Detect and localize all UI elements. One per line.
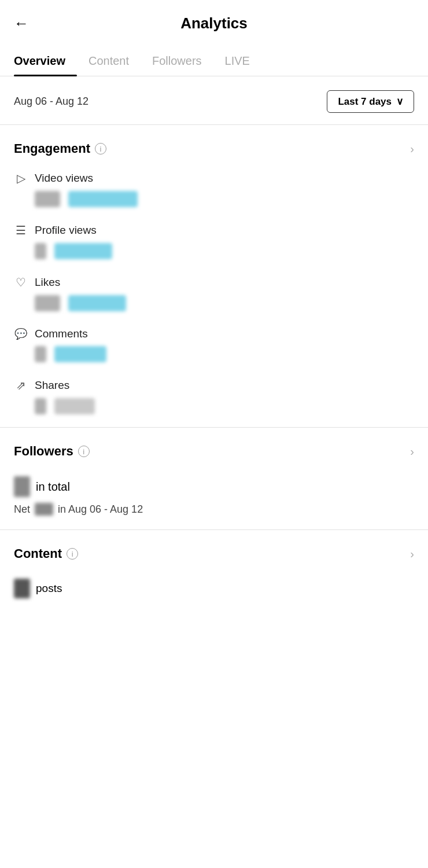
- likes-label: Likes: [35, 276, 60, 289]
- date-filter-label: Last 7 days: [338, 96, 392, 108]
- engagement-section-header[interactable]: Engagement i ›: [0, 125, 428, 168]
- date-filter-button[interactable]: Last 7 days ∨: [327, 90, 414, 113]
- comments-value-gray: [35, 346, 46, 362]
- profile-views-label: Profile views: [35, 224, 97, 237]
- engagement-title: Engagement i: [14, 141, 106, 156]
- tab-bar: Overview Content Followers LIVE: [0, 46, 428, 76]
- followers-total-row: in total: [14, 476, 414, 497]
- shares-label: Shares: [35, 379, 69, 392]
- date-row: Aug 06 - Aug 12 Last 7 days ∨: [0, 76, 428, 124]
- followers-section-header[interactable]: Followers i ›: [0, 428, 428, 470]
- tab-overview[interactable]: Overview: [14, 46, 77, 76]
- followers-content: in total Net in Aug 06 - Aug 12: [0, 470, 428, 529]
- metric-likes: ♡ Likes: [0, 272, 428, 324]
- tab-content[interactable]: Content: [88, 46, 141, 76]
- followers-title: Followers i: [14, 444, 90, 459]
- metric-shares: ⇗ Shares: [0, 375, 428, 427]
- comments-values: [14, 346, 414, 362]
- comments-label: Comments: [35, 328, 88, 340]
- profile-views-value-gray: [35, 243, 46, 259]
- likes-value-gray: [35, 295, 60, 311]
- followers-total-suffix: in total: [36, 480, 70, 494]
- play-icon: ▷: [14, 171, 28, 185]
- date-range-label: Aug 06 - Aug 12: [14, 95, 88, 108]
- engagement-chevron-icon: ›: [410, 142, 414, 156]
- metric-comments: 💬 Comments: [0, 324, 428, 375]
- posts-row: posts: [14, 579, 414, 598]
- shares-value-gray: [35, 398, 46, 414]
- likes-values: [14, 295, 414, 311]
- content-chevron-icon: ›: [410, 547, 414, 561]
- followers-net-prefix: Net: [14, 503, 30, 516]
- followers-net-row: Net in Aug 06 - Aug 12: [14, 503, 414, 516]
- page-title: Analytics: [180, 14, 248, 32]
- likes-value-blue: [68, 295, 126, 311]
- followers-info-icon[interactable]: i: [78, 446, 90, 457]
- metric-profile-views: ☰ Profile views: [0, 220, 428, 272]
- content-info-icon[interactable]: i: [67, 548, 78, 560]
- header: ← Analytics: [0, 0, 428, 46]
- metric-video-views: ▷ Video views: [0, 168, 428, 220]
- followers-net-suffix: in Aug 06 - Aug 12: [58, 503, 143, 516]
- profile-icon: ☰: [14, 223, 28, 237]
- followers-total-value: [14, 476, 30, 497]
- back-arrow-icon: ←: [14, 14, 29, 32]
- engagement-info-icon[interactable]: i: [95, 143, 106, 155]
- followers-chevron-icon: ›: [410, 445, 414, 458]
- heart-icon: ♡: [14, 275, 28, 289]
- comment-icon: 💬: [14, 328, 28, 340]
- shares-values: [14, 398, 414, 414]
- tab-followers[interactable]: Followers: [152, 46, 213, 76]
- posts-label: posts: [36, 582, 62, 595]
- profile-views-value-blue: [54, 243, 112, 259]
- content-title: Content i: [14, 546, 78, 561]
- followers-net-value: [35, 503, 53, 516]
- content-section-body: posts: [0, 573, 428, 610]
- back-button[interactable]: ←: [14, 14, 29, 32]
- tab-live[interactable]: LIVE: [225, 46, 261, 76]
- video-views-label: Video views: [35, 172, 93, 185]
- video-views-value-blue: [68, 191, 138, 207]
- comments-value-blue: [54, 346, 106, 362]
- share-icon: ⇗: [14, 378, 28, 392]
- chevron-down-icon: ∨: [396, 95, 403, 108]
- video-views-value-gray: [35, 191, 60, 207]
- posts-value: [14, 579, 30, 598]
- content-section-header[interactable]: Content i ›: [0, 530, 428, 573]
- video-views-values: [14, 191, 414, 207]
- profile-views-values: [14, 243, 414, 259]
- shares-value-light: [54, 398, 95, 414]
